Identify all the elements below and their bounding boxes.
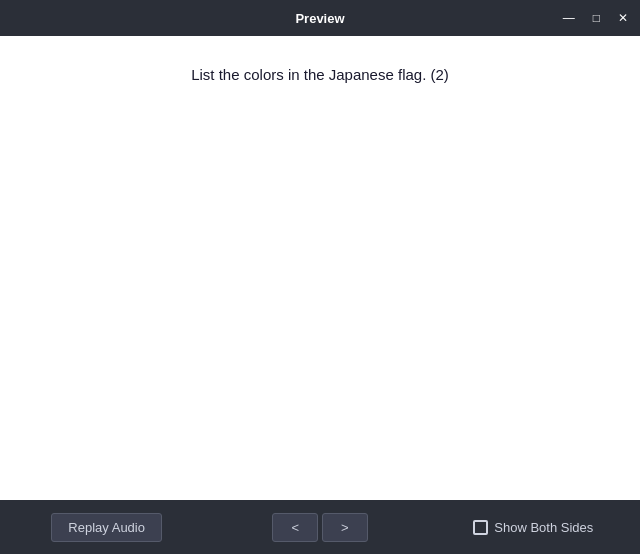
replay-audio-button[interactable]: Replay Audio — [51, 513, 162, 542]
window-controls: — □ ✕ — [559, 10, 632, 26]
bottom-center-section: < > — [213, 513, 426, 542]
title-bar: Preview — □ ✕ — [0, 0, 640, 36]
show-both-sides-control[interactable]: Show Both Sides — [473, 520, 593, 535]
question-text: List the colors in the Japanese flag. (2… — [191, 66, 449, 83]
show-both-sides-label: Show Both Sides — [494, 520, 593, 535]
bottom-right-section: Show Both Sides — [427, 520, 640, 535]
next-nav-button[interactable]: > — [322, 513, 368, 542]
window-title: Preview — [295, 11, 344, 26]
bottom-bar: Replay Audio < > Show Both Sides — [0, 500, 640, 554]
close-button[interactable]: ✕ — [614, 10, 632, 26]
maximize-button[interactable]: □ — [589, 10, 604, 26]
bottom-left-section: Replay Audio — [0, 513, 213, 542]
show-both-sides-checkbox[interactable] — [473, 520, 488, 535]
prev-nav-button[interactable]: < — [272, 513, 318, 542]
minimize-button[interactable]: — — [559, 10, 579, 26]
content-area: List the colors in the Japanese flag. (2… — [0, 36, 640, 500]
